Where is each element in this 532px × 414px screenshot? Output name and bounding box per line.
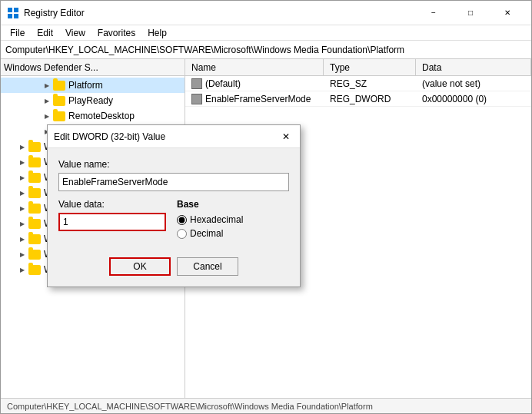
close-button[interactable]: ✕	[490, 1, 525, 25]
status-bar: Computer\HKEY_LOCAL_MACHINE\SOFTWARE\Mic…	[1, 398, 531, 413]
value-data-group: Value data:	[58, 199, 166, 239]
decimal-label: Decimal	[190, 228, 223, 239]
cancel-button[interactable]: Cancel	[177, 257, 238, 276]
address-path: Computer\HKEY_LOCAL_MACHINE\SOFTWARE\Mic…	[5, 45, 404, 55]
base-group: Base Hexadecimal Decimal	[177, 199, 243, 239]
decimal-radio-row: Decimal	[177, 228, 243, 239]
hexadecimal-radio-row: Hexadecimal	[177, 214, 243, 225]
hexadecimal-label: Hexadecimal	[190, 214, 243, 225]
value-name-input[interactable]	[58, 173, 289, 191]
dialog-title: Edit DWORD (32-bit) Value	[54, 131, 278, 142]
svg-rect-3	[14, 14, 18, 18]
maximize-button[interactable]: □	[453, 1, 488, 25]
value-data-input[interactable]	[58, 213, 166, 231]
dialog-row: Value data: Base Hexadecimal Decim	[58, 199, 289, 239]
ok-button[interactable]: OK	[109, 257, 171, 276]
svg-rect-2	[8, 14, 12, 18]
window-title: Registry Editor	[24, 8, 416, 18]
svg-rect-1	[14, 8, 18, 12]
dialog-overlay: Edit DWORD (32-bit) Value ✕ Value name: …	[1, 59, 531, 398]
registry-editor-window: Registry Editor − □ ✕ File Edit View Fav…	[0, 0, 532, 414]
app-icon	[7, 7, 19, 19]
hexadecimal-radio[interactable]	[177, 215, 187, 225]
minimize-button[interactable]: −	[416, 1, 451, 25]
svg-rect-0	[8, 8, 12, 12]
window-controls: − □ ✕	[416, 1, 525, 25]
menu-bar: File Edit View Favorites Help	[1, 25, 531, 41]
menu-help[interactable]: Help	[141, 25, 173, 41]
menu-favorites[interactable]: Favorites	[91, 25, 141, 41]
edit-dword-dialog: Edit DWORD (32-bit) Value ✕ Value name: …	[47, 124, 301, 287]
dialog-body: Value name: Value data: Base Hexadecimal	[48, 148, 300, 254]
dialog-close-button[interactable]: ✕	[278, 129, 294, 144]
main-content: Windows Defender S... ▶ Platform ▶ PlayR…	[1, 59, 531, 398]
base-label: Base	[177, 199, 243, 210]
dialog-title-bar: Edit DWORD (32-bit) Value ✕	[48, 125, 300, 148]
value-data-label: Value data:	[58, 199, 166, 210]
menu-view[interactable]: View	[59, 25, 91, 41]
status-text: Computer\HKEY_LOCAL_MACHINE\SOFTWARE\Mic…	[7, 402, 373, 411]
dialog-buttons: OK Cancel	[48, 254, 300, 286]
address-bar: Computer\HKEY_LOCAL_MACHINE\SOFTWARE\Mic…	[1, 41, 531, 59]
decimal-radio[interactable]	[177, 229, 187, 239]
value-name-label: Value name:	[58, 159, 289, 170]
menu-edit[interactable]: Edit	[31, 25, 59, 41]
title-bar: Registry Editor − □ ✕	[1, 1, 531, 25]
menu-file[interactable]: File	[4, 25, 31, 41]
